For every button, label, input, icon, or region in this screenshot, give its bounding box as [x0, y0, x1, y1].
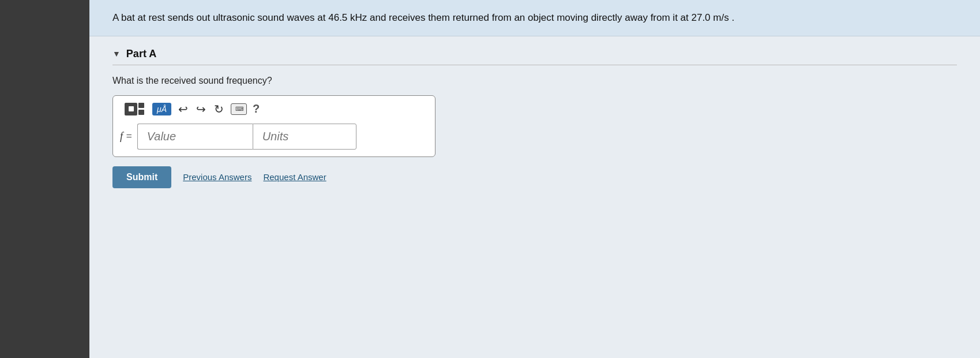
input-row: f = — [120, 124, 428, 150]
value-input[interactable] — [137, 124, 253, 150]
mu-button[interactable]: μÅ — [152, 103, 171, 115]
collapse-triangle[interactable]: ▼ — [112, 49, 121, 58]
left-sidebar — [0, 0, 89, 358]
redo-button[interactable]: ↪ — [195, 102, 207, 116]
units-input[interactable] — [253, 124, 356, 150]
part-label: Part A — [126, 48, 156, 60]
main-content: A bat at rest sends out ultrasonic sound… — [89, 0, 980, 358]
toolbar: μÅ ↩ ↪ ↻ ⌨ ? — [120, 102, 428, 117]
stack-top-icon — [138, 103, 144, 108]
part-section: ▼ Part A What is the received sound freq… — [89, 36, 980, 359]
small-stack-icon — [138, 103, 144, 115]
matrix-button[interactable] — [122, 102, 147, 117]
refresh-button[interactable]: ↻ — [213, 102, 225, 116]
problem-text: A bat at rest sends out ultrasonic sound… — [112, 12, 734, 23]
big-square-icon — [125, 103, 137, 115]
problem-statement: A bat at rest sends out ultrasonic sound… — [89, 0, 980, 36]
answer-box: μÅ ↩ ↪ ↻ ⌨ ? f = — [112, 95, 435, 157]
help-button[interactable]: ? — [253, 102, 260, 115]
submit-button[interactable]: Submit — [112, 166, 171, 188]
small-square-icon — [129, 106, 134, 111]
bottom-row: Submit Previous Answers Request Answer — [112, 166, 957, 188]
part-header: ▼ Part A — [112, 48, 957, 65]
matrix-icon — [125, 103, 144, 115]
previous-answers-button[interactable]: Previous Answers — [183, 172, 251, 182]
f-label: f = — [120, 130, 133, 143]
request-answer-button[interactable]: Request Answer — [263, 172, 326, 182]
stack-bottom-icon — [138, 110, 144, 115]
keyboard-button[interactable]: ⌨ — [231, 103, 247, 115]
undo-button[interactable]: ↩ — [177, 102, 189, 116]
keyboard-icon-glyph: ⌨ — [235, 106, 243, 112]
question-text: What is the received sound frequency? — [112, 76, 957, 86]
